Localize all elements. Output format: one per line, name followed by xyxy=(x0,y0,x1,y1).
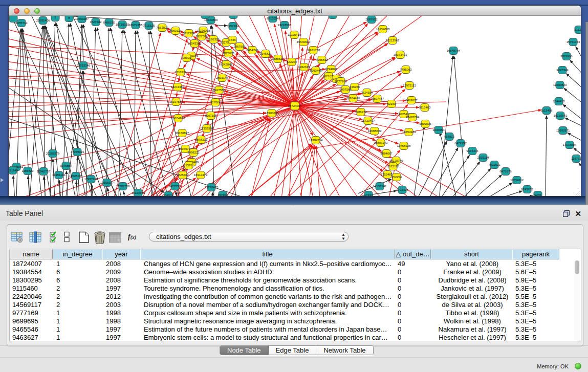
svg-text:12213967: 12213967 xyxy=(386,39,400,42)
svg-text:15640910: 15640910 xyxy=(297,40,311,43)
svg-text:8990448: 8990448 xyxy=(310,69,322,72)
svg-text:12093823: 12093823 xyxy=(553,83,567,86)
svg-text:104524: 104524 xyxy=(163,194,174,196)
svg-text:958923: 958923 xyxy=(444,135,455,138)
svg-text:9327506: 9327506 xyxy=(195,35,208,38)
svg-text:4055714: 4055714 xyxy=(15,21,28,25)
svg-text:15720407: 15720407 xyxy=(361,119,375,122)
svg-text:12942757: 12942757 xyxy=(37,170,51,173)
svg-text:3624554: 3624554 xyxy=(361,91,373,94)
svg-text:1588520: 1588520 xyxy=(272,57,284,60)
svg-text:9329966: 9329966 xyxy=(560,55,573,58)
svg-text:8471676: 8471676 xyxy=(499,170,512,173)
svg-text:10653287: 10653287 xyxy=(75,17,89,20)
svg-text:20364436: 20364436 xyxy=(346,97,360,100)
svg-text:18807249: 18807249 xyxy=(374,141,388,144)
svg-text:16671355: 16671355 xyxy=(129,24,143,27)
svg-text:2718126: 2718126 xyxy=(175,71,187,74)
svg-text:7485063: 7485063 xyxy=(400,68,412,71)
svg-text:23226058: 23226058 xyxy=(197,29,210,32)
svg-text:1546: 1546 xyxy=(229,38,236,41)
svg-text:9115460: 9115460 xyxy=(419,106,431,109)
svg-text:18724007: 18724007 xyxy=(288,104,302,107)
svg-text:15692971: 15692971 xyxy=(556,129,570,132)
svg-text:20206576: 20206576 xyxy=(46,152,60,155)
svg-text:9245: 9245 xyxy=(534,193,541,196)
svg-text:8878332: 8878332 xyxy=(195,138,207,141)
svg-text:2803144: 2803144 xyxy=(216,76,228,79)
svg-text:1362615: 1362615 xyxy=(298,65,310,69)
svg-text:2935114: 2935114 xyxy=(477,156,490,159)
svg-text:8813054: 8813054 xyxy=(267,17,279,20)
svg-text:1576: 1576 xyxy=(185,164,192,167)
svg-text:6466160: 6466160 xyxy=(103,21,115,24)
svg-text:10958187: 10958187 xyxy=(100,181,114,184)
svg-text:10688639: 10688639 xyxy=(368,129,382,133)
svg-text:10807487: 10807487 xyxy=(371,97,384,100)
svg-text:14136141: 14136141 xyxy=(373,185,387,188)
svg-text:10120746: 10120746 xyxy=(389,159,403,162)
svg-text:252254: 252254 xyxy=(391,176,402,179)
svg-text:1615112: 1615112 xyxy=(387,165,400,168)
svg-text:19384554: 19384554 xyxy=(309,139,323,142)
svg-text:1244413: 1244413 xyxy=(553,100,565,103)
svg-text:8912954: 8912954 xyxy=(183,32,195,35)
svg-text:17334: 17334 xyxy=(364,193,373,196)
svg-text:7955812: 7955812 xyxy=(316,58,328,61)
svg-text:1156829: 1156829 xyxy=(22,169,34,172)
svg-text:116753: 116753 xyxy=(571,157,581,160)
svg-text:17359924: 17359924 xyxy=(71,150,84,154)
svg-text:19654923: 19654923 xyxy=(171,117,185,120)
svg-text:16154808: 16154808 xyxy=(376,28,390,31)
svg-text:15716485: 15716485 xyxy=(205,186,219,189)
svg-text:10719155: 10719155 xyxy=(116,23,129,26)
svg-text:15751074: 15751074 xyxy=(567,40,580,43)
svg-text:19166827: 19166827 xyxy=(176,132,189,135)
svg-text:6497568: 6497568 xyxy=(339,88,352,91)
svg-text:3875685: 3875685 xyxy=(222,52,234,55)
svg-text:11325419: 11325419 xyxy=(288,33,301,36)
svg-text:8454749: 8454749 xyxy=(246,49,258,52)
svg-text:20691406: 20691406 xyxy=(36,19,50,22)
svg-text:8427552: 8427552 xyxy=(213,89,225,92)
svg-text:11123: 11123 xyxy=(575,28,581,31)
svg-text:9227349: 9227349 xyxy=(556,69,569,72)
svg-text:7625402: 7625402 xyxy=(177,173,189,177)
svg-text:10543362: 10543362 xyxy=(188,42,202,45)
svg-text:7515526: 7515526 xyxy=(143,24,155,27)
svg-text:8660124: 8660124 xyxy=(169,29,182,32)
svg-text:7663822: 7663822 xyxy=(156,26,168,29)
svg-text:9463627: 9463627 xyxy=(405,99,418,102)
svg-text:12213363: 12213363 xyxy=(171,85,185,89)
svg-text:16961758: 16961758 xyxy=(307,49,320,52)
svg-text:18495794: 18495794 xyxy=(406,116,420,119)
svg-text:11923468: 11923468 xyxy=(132,191,145,194)
svg-text:12975115: 12975115 xyxy=(403,84,417,87)
svg-text:317004: 317004 xyxy=(210,101,221,104)
svg-text:17016504: 17016504 xyxy=(563,143,577,146)
svg-text:9975867: 9975867 xyxy=(60,164,72,167)
svg-text:9245652: 9245652 xyxy=(521,188,533,191)
svg-text:16210643: 16210643 xyxy=(554,114,568,117)
svg-text:391149: 391149 xyxy=(9,169,18,172)
svg-text:9113498: 9113498 xyxy=(541,109,553,112)
svg-text:9242848: 9242848 xyxy=(220,63,232,66)
svg-text:8267150: 8267150 xyxy=(205,114,217,117)
svg-text:9146821: 9146821 xyxy=(259,52,272,55)
svg-text:7632621: 7632621 xyxy=(488,163,500,166)
svg-text:10973493: 10973493 xyxy=(394,53,407,56)
svg-text:29053346: 29053346 xyxy=(77,64,91,67)
svg-text:9777169: 9777169 xyxy=(335,80,347,83)
svg-text:11353594: 11353594 xyxy=(200,127,214,130)
svg-text:8186328: 8186328 xyxy=(207,38,220,41)
svg-text:3498222: 3498222 xyxy=(187,151,200,154)
svg-text:1733426: 1733426 xyxy=(396,188,408,191)
svg-text:2867608: 2867608 xyxy=(233,45,246,48)
svg-text:9474444: 9474444 xyxy=(466,149,478,152)
svg-text:12505135: 12505135 xyxy=(69,174,83,178)
svg-text:11451194: 11451194 xyxy=(52,173,66,177)
svg-text:2087652: 2087652 xyxy=(365,18,378,21)
svg-text:6479197: 6479197 xyxy=(454,142,467,145)
svg-text:19218506: 19218506 xyxy=(278,24,292,27)
svg-text:822203: 822203 xyxy=(287,60,297,63)
